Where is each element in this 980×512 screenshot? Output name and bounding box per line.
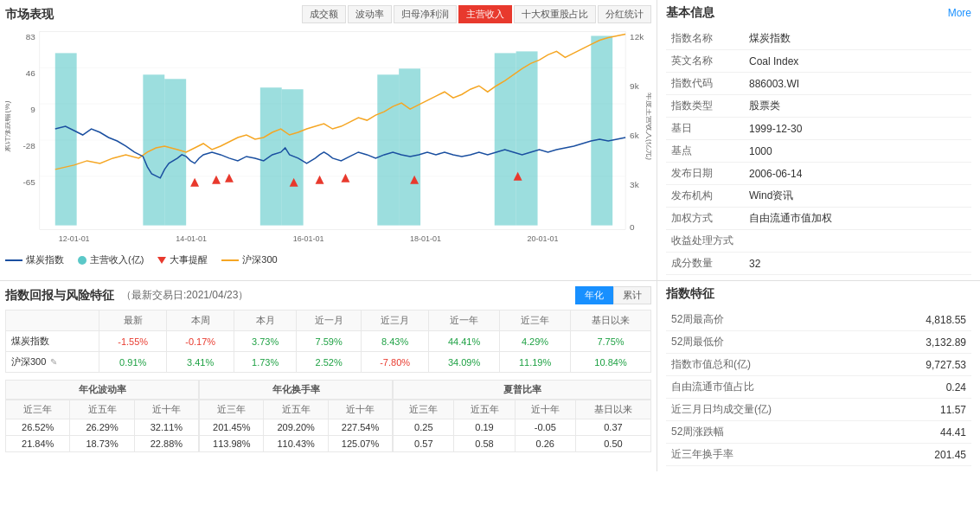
tab-chengjiaoe[interactable]: 成交额	[302, 5, 346, 23]
char-panel: 指数特征 52周最高价 4,818.55 52周最低价 3,132.89 指数市…	[657, 281, 980, 471]
turn-coal-3y: 201.45%	[200, 419, 264, 436]
sharpe-col-10y: 近十年	[515, 400, 575, 419]
market-panel: 市场表现 成交额 波动率 归母净利润 主营收入 十大权重股占比 分红统计	[0, 0, 657, 280]
turn-row-coal: 201.45% 209.20% 227.54%	[200, 419, 393, 436]
info-row-basepoint: 基点 1000	[666, 140, 971, 163]
char-value-marketcap: 9,727.53	[875, 354, 971, 376]
tab-bodonglu[interactable]: 波动率	[348, 5, 392, 23]
returns-name-coal: 煤炭指数	[6, 331, 99, 352]
char-label-low: 52周最低价	[666, 331, 875, 354]
svg-text:18-01-01: 18-01-01	[410, 234, 441, 243]
svg-rect-31	[591, 35, 612, 225]
col-header-1m: 近一月	[297, 310, 362, 331]
vol-row-csi300: 21.84% 18.73% 22.88%	[6, 436, 199, 452]
svg-text:16-01-01: 16-01-01	[293, 234, 324, 243]
tab-fenhong[interactable]: 分红统计	[598, 5, 651, 23]
info-label-count: 成分数量	[666, 253, 744, 275]
info-row-return: 收益处理方式	[666, 230, 971, 253]
info-row-type: 指数类型 股票类	[666, 95, 971, 118]
turn-col-3y: 近三年	[200, 400, 264, 419]
col-header-3m: 近三月	[362, 310, 429, 331]
turnover-title: 年化换手率	[199, 380, 393, 400]
toggle-annualized[interactable]: 年化	[575, 286, 613, 304]
toggle-cumulative[interactable]: 累计	[613, 286, 651, 304]
more-link[interactable]: More	[948, 7, 971, 19]
info-label-return: 收益处理方式	[666, 230, 744, 253]
turnover-section: 年化换手率 近三年 近五年 近十年 201.45%	[199, 380, 393, 452]
returns-date: （最新交易日:2021/04/23）	[121, 288, 248, 303]
col-header-month: 本月	[234, 310, 297, 331]
sharpe-col-since: 基日以来	[575, 400, 650, 419]
top-section: 市场表现 成交额 波动率 归母净利润 主营收入 十大权重股占比 分红统计	[0, 0, 980, 281]
vol-coal-3y: 26.52%	[6, 419, 70, 436]
info-panel: 基本信息 More 指数名称 煤炭指数 英文名称 Coal Index 指数代码…	[657, 0, 980, 280]
char-row-low: 52周最低价 3,132.89	[666, 331, 971, 354]
toggle-group: 年化 累计	[575, 286, 651, 304]
info-label-pubdate: 发布日期	[666, 163, 744, 185]
sharpe-coal-3y: 0.25	[394, 419, 454, 436]
csi300-week: 3.41%	[167, 352, 234, 373]
vol-csi300-10y: 22.88%	[134, 436, 198, 452]
info-label-type: 指数类型	[666, 95, 744, 118]
sharpe-title: 夏普比率	[393, 380, 651, 400]
csi300-1m: 2.52%	[297, 352, 362, 373]
svg-text:累计涨跌幅(%): 累计涨跌幅(%)	[5, 101, 11, 152]
info-value-pubdate: 2006-06-14	[744, 163, 971, 185]
csi300-since: 10.84%	[571, 352, 651, 373]
legend-csi300-line	[221, 259, 239, 261]
returns-row-csi300: 沪深300 ✎ 0.91% 3.41% 1.73% 2.52% -7.80% 3…	[6, 352, 651, 373]
market-panel-header: 市场表现 成交额 波动率 归母净利润 主营收入 十大权重股占比 分红统计	[5, 5, 651, 23]
col-header-1y: 近一年	[429, 310, 500, 331]
info-row-name: 指数名称 煤炭指数	[666, 28, 971, 50]
char-row-freefloat: 自由流通市值占比 0.24	[666, 376, 971, 399]
edit-icon[interactable]: ✎	[50, 357, 57, 367]
info-label-weight: 加权方式	[666, 208, 744, 230]
sharpe-col-3y: 近三年	[394, 400, 454, 419]
coal-3m: 8.43%	[362, 331, 429, 352]
char-label-freefloat: 自由流通市值占比	[666, 376, 875, 399]
info-label-publisher: 发布机构	[666, 185, 744, 208]
info-value-count: 32	[744, 253, 971, 275]
char-value-turnover3y: 201.45	[875, 444, 971, 466]
svg-rect-29	[495, 53, 516, 225]
col-header-name	[6, 310, 99, 331]
turnover-table: 近三年 近五年 近十年 201.45% 209.20% 227.54%	[199, 400, 393, 452]
info-label-engname: 英文名称	[666, 50, 744, 73]
col-header-week: 本周	[167, 310, 234, 331]
volatility-section: 年化波动率 近三年 近五年 近十年 26.52%	[5, 380, 199, 452]
info-value-basedate: 1999-12-30	[744, 118, 971, 140]
char-value-high: 4,818.55	[875, 309, 971, 331]
sharpe-row-csi300: 0.57 0.58 0.26 0.50	[394, 436, 651, 452]
info-value-name: 煤炭指数	[744, 28, 971, 50]
turn-coal-5y: 209.20%	[264, 419, 328, 436]
col-header-3y: 近三年	[500, 310, 571, 331]
legend-csi300-label: 沪深300	[242, 253, 277, 266]
tab-zhuyingshouru[interactable]: 主营收入	[458, 5, 512, 23]
svg-text:9: 9	[30, 105, 35, 114]
tab-guimunet[interactable]: 归母净利润	[394, 5, 457, 23]
turn-col-5y: 近五年	[264, 400, 328, 419]
char-row-marketcap: 指数市值总和(亿) 9,727.53	[666, 354, 971, 376]
csi300-1y: 34.09%	[429, 352, 500, 373]
vol-col-10y: 近十年	[134, 400, 198, 419]
info-label-basepoint: 基点	[666, 140, 744, 163]
info-value-type: 股票类	[744, 95, 971, 118]
main-container: 市场表现 成交额 波动率 归母净利润 主营收入 十大权重股占比 分红统计	[0, 0, 980, 471]
returns-table: 最新 本周 本月 近一月 近三月 近一年 近三年 基日以来 煤炭指数 -1.55…	[5, 310, 651, 373]
svg-rect-22	[55, 53, 77, 225]
legend-coal-label: 煤炭指数	[26, 253, 64, 266]
info-row-code: 指数代码 886003.WI	[666, 73, 971, 95]
tab-shida[interactable]: 十大权重股占比	[514, 5, 596, 23]
info-value-engname: Coal Index	[744, 50, 971, 73]
info-label-name: 指数名称	[666, 28, 744, 50]
sub-tables: 年化波动率 近三年 近五年 近十年 26.52%	[5, 380, 651, 452]
volatility-title: 年化波动率	[5, 380, 199, 400]
bottom-section: 指数回报与风险特征 （最新交易日:2021/04/23） 年化 累计 最新 本周…	[0, 281, 980, 471]
svg-text:83: 83	[26, 32, 36, 42]
coal-1m: 7.59%	[297, 331, 362, 352]
svg-rect-27	[377, 74, 399, 225]
vol-coal-10y: 32.11%	[134, 419, 198, 436]
info-row-basedate: 基日 1999-12-30	[666, 118, 971, 140]
coal-1y: 44.41%	[429, 331, 500, 352]
market-panel-title: 市场表现	[5, 7, 54, 22]
